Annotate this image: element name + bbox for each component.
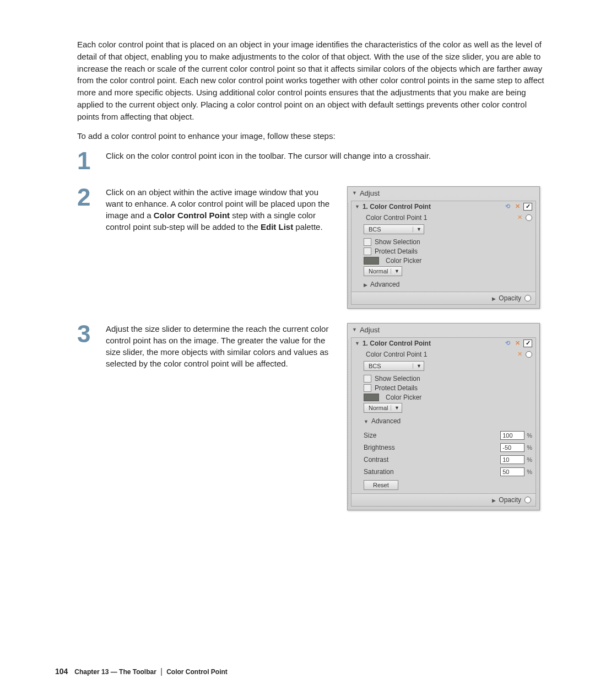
color-picker-label: Color Picker xyxy=(386,257,421,265)
step-1: 1 Click on the color control point icon … xyxy=(77,150,551,172)
adjust-panel-expanded: Adjust 1. Color Control Point ⟲ ✕ ✓ xyxy=(347,323,540,510)
panel-grip[interactable] xyxy=(348,339,349,507)
delete-icon[interactable]: ✕ xyxy=(516,351,523,358)
subintro-paragraph: To add a color control point to enhance … xyxy=(77,130,551,142)
protect-details-checkbox[interactable] xyxy=(364,384,371,392)
delete-icon[interactable]: ✕ xyxy=(513,203,521,211)
adjust-panel-collapsed: Adjust 1. Color Control Point ⟲ ✕ ✓ xyxy=(347,186,540,309)
size-label: Size xyxy=(364,432,376,439)
brightness-label: Brightness xyxy=(364,444,395,451)
show-selection-checkbox[interactable] xyxy=(364,375,371,383)
substep-body: BCS▼ Show Selection Protect Details Colo… xyxy=(351,360,536,428)
advanced-toggle[interactable]: Advanced xyxy=(364,281,532,288)
substep-radio[interactable] xyxy=(526,351,532,358)
steps-list: 1 Click on the color control point icon … xyxy=(77,150,551,510)
panel-header[interactable]: Adjust xyxy=(348,324,539,336)
protect-details-label: Protect Details xyxy=(375,247,418,255)
opacity-radio[interactable] xyxy=(524,497,531,503)
contrast-input[interactable]: 10 xyxy=(500,455,524,464)
delete-icon[interactable]: ✕ xyxy=(516,214,523,222)
chevron-down-icon: ▼ xyxy=(391,268,399,274)
brightness-input[interactable]: -50 xyxy=(500,443,524,452)
percent-label: % xyxy=(527,444,532,451)
step-text: Click on the color control point icon in… xyxy=(106,150,551,161)
topic-label: Color Control Point xyxy=(166,668,228,676)
undo-icon[interactable]: ⟲ xyxy=(504,340,511,347)
saturation-label: Saturation xyxy=(364,468,394,476)
percent-label: % xyxy=(527,469,532,475)
page-footer: 104 Chapter 13 — The Toolbar | Color Con… xyxy=(55,667,228,676)
color-picker-label: Color Picker xyxy=(386,394,421,401)
mode-select[interactable]: BCS▼ xyxy=(364,361,424,371)
panel-title: Adjust xyxy=(360,189,380,197)
delete-icon[interactable]: ✕ xyxy=(513,340,521,347)
step-number: 2 xyxy=(77,186,106,208)
intro-paragraph: Each color control point that is placed … xyxy=(77,39,551,122)
advanced-toggle[interactable]: Advanced xyxy=(364,417,532,425)
chevron-down-icon: ▼ xyxy=(391,405,399,411)
percent-label: % xyxy=(527,456,532,463)
reset-button[interactable]: Reset xyxy=(364,480,398,490)
enable-checkbox[interactable]: ✓ xyxy=(523,203,532,211)
opacity-radio[interactable] xyxy=(524,295,531,301)
mode-select[interactable]: BCS▼ xyxy=(364,224,424,234)
opacity-toggle[interactable]: Opacity xyxy=(492,294,521,302)
section-header[interactable]: 1. Color Control Point ⟲ ✕ ✓ xyxy=(351,338,536,349)
undo-icon[interactable]: ⟲ xyxy=(504,203,511,211)
chevron-down-icon: ▼ xyxy=(413,227,421,232)
panel-grip[interactable] xyxy=(348,202,349,305)
contrast-label: Contrast xyxy=(364,456,388,464)
advanced-body: Size 100% Brightness -50% Contrast 10% xyxy=(351,428,536,493)
chapter-label: Chapter 13 — The Toolbar xyxy=(74,668,156,676)
step-text: Adjust the size slider to determine the … xyxy=(106,323,337,510)
show-selection-label: Show Selection xyxy=(375,238,420,246)
chevron-down-icon: ▼ xyxy=(413,363,421,369)
panel-title: Adjust xyxy=(360,326,380,334)
step-number: 3 xyxy=(77,323,106,345)
footer-separator: | xyxy=(160,667,163,676)
color-swatch[interactable] xyxy=(364,394,379,401)
size-input[interactable]: 100 xyxy=(500,431,524,440)
step-3: 3 Adjust the size slider to determine th… xyxy=(77,323,551,510)
section-title: 1. Color Control Point xyxy=(363,340,431,347)
section-title: 1. Color Control Point xyxy=(363,203,431,211)
color-swatch[interactable] xyxy=(364,257,379,265)
substep-body: BCS▼ Show Selection Protect Details Colo… xyxy=(351,223,536,292)
step-text: Click on an object within the active ima… xyxy=(106,186,337,309)
show-selection-label: Show Selection xyxy=(375,375,420,383)
opacity-toggle[interactable]: Opacity xyxy=(492,496,521,504)
protect-details-label: Protect Details xyxy=(375,384,418,392)
blend-select[interactable]: Normal▼ xyxy=(364,266,402,276)
section-header[interactable]: 1. Color Control Point ⟲ ✕ ✓ xyxy=(351,201,536,212)
step-number: 1 xyxy=(77,150,106,172)
percent-label: % xyxy=(527,432,532,439)
substep-radio[interactable] xyxy=(526,214,532,221)
substep-label: Color Control Point 1 xyxy=(366,214,427,222)
blend-select[interactable]: Normal▼ xyxy=(364,403,402,413)
substep-label: Color Control Point 1 xyxy=(366,351,427,358)
protect-details-checkbox[interactable] xyxy=(364,247,371,255)
step-2: 2 Click on an object within the active i… xyxy=(77,186,551,309)
show-selection-checkbox[interactable] xyxy=(364,238,371,246)
saturation-input[interactable]: 50 xyxy=(500,467,524,476)
substep-row[interactable]: Color Control Point 1 ✕ xyxy=(351,349,536,360)
page-number: 104 xyxy=(55,667,68,676)
substep-row[interactable]: Color Control Point 1 ✕ xyxy=(351,212,536,223)
panel-header[interactable]: Adjust xyxy=(348,187,539,200)
enable-checkbox[interactable]: ✓ xyxy=(523,340,532,347)
